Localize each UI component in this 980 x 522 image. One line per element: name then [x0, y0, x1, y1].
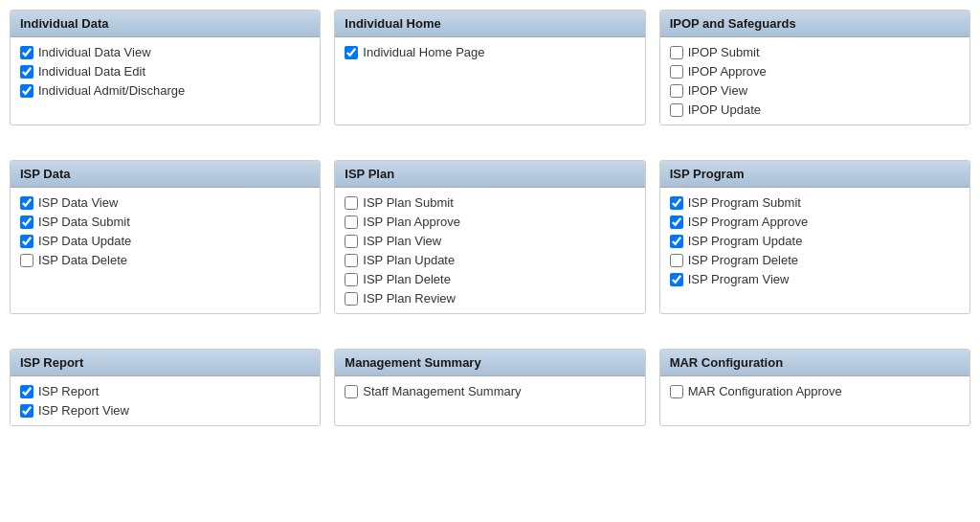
label-ipop-submit[interactable]: IPOP Submit — [688, 45, 760, 59]
checkbox-item-ipop-update[interactable]: IPOP Update — [670, 102, 960, 117]
checkbox-item-isp-data-view[interactable]: ISP Data View — [20, 195, 310, 210]
checkbox-individual-admit-discharge[interactable] — [20, 84, 33, 98]
label-isp-program-approve[interactable]: ISP Program Approve — [688, 215, 809, 229]
label-isp-program-submit[interactable]: ISP Program Submit — [688, 195, 801, 210]
checkbox-isp-program-approve[interactable] — [670, 216, 683, 229]
card-body-isp-plan: ISP Plan SubmitISP Plan ApproveISP Plan … — [335, 188, 644, 313]
checkbox-isp-plan-submit[interactable] — [345, 196, 358, 210]
label-isp-data-submit[interactable]: ISP Data Submit — [38, 215, 130, 229]
label-individual-home-page[interactable]: Individual Home Page — [363, 45, 484, 59]
checkbox-isp-data-submit[interactable] — [20, 216, 33, 229]
label-isp-report-view[interactable]: ISP Report View — [38, 403, 129, 418]
checkbox-isp-report[interactable] — [20, 385, 33, 398]
checkbox-item-isp-program-submit[interactable]: ISP Program Submit — [670, 195, 960, 210]
label-staff-management-summary[interactable]: Staff Management Summary — [363, 384, 521, 398]
checkbox-mar-configuration-approve[interactable] — [670, 385, 683, 398]
checkbox-isp-plan-update[interactable] — [345, 254, 358, 267]
label-individual-data-edit[interactable]: Individual Data Edit — [38, 64, 145, 79]
label-ipop-update[interactable]: IPOP Update — [688, 102, 761, 117]
checkbox-item-isp-plan-review[interactable]: ISP Plan Review — [345, 291, 635, 306]
checkbox-item-isp-plan-submit[interactable]: ISP Plan Submit — [345, 195, 635, 210]
label-individual-data-view[interactable]: Individual Data View — [38, 45, 151, 59]
card-body-individual-data: Individual Data ViewIndividual Data Edit… — [11, 37, 320, 105]
checkbox-item-ipop-submit[interactable]: IPOP Submit — [670, 45, 960, 59]
checkbox-ipop-approve[interactable] — [670, 65, 683, 79]
card-body-individual-home: Individual Home Page — [335, 37, 644, 67]
label-isp-plan-delete[interactable]: ISP Plan Delete — [363, 272, 451, 286]
label-ipop-view[interactable]: IPOP View — [688, 83, 747, 98]
checkbox-isp-data-delete[interactable] — [20, 254, 33, 267]
card-header-isp-plan: ISP Plan — [335, 161, 644, 188]
checkbox-item-staff-management-summary[interactable]: Staff Management Summary — [345, 384, 635, 398]
card-isp-report: ISP ReportISP ReportISP Report View — [10, 349, 321, 426]
row-spacer — [334, 139, 645, 147]
checkbox-ipop-view[interactable] — [670, 84, 683, 98]
checkbox-isp-plan-delete[interactable] — [345, 273, 358, 286]
card-mar-configuration: MAR ConfigurationMAR Configuration Appro… — [659, 349, 970, 426]
checkbox-individual-data-edit[interactable] — [20, 65, 33, 79]
checkbox-individual-home-page[interactable] — [345, 46, 358, 59]
checkbox-ipop-submit[interactable] — [670, 46, 683, 59]
label-isp-plan-review[interactable]: ISP Plan Review — [363, 291, 456, 306]
label-isp-program-update[interactable]: ISP Program Update — [688, 234, 803, 248]
checkbox-ipop-update[interactable] — [670, 103, 683, 117]
label-isp-plan-view[interactable]: ISP Plan View — [363, 234, 441, 248]
label-isp-plan-update[interactable]: ISP Plan Update — [363, 253, 455, 267]
row-spacer — [10, 139, 321, 147]
label-ipop-approve[interactable]: IPOP Approve — [688, 64, 767, 79]
checkbox-isp-program-submit[interactable] — [670, 196, 683, 210]
label-isp-data-update[interactable]: ISP Data Update — [38, 234, 131, 248]
checkbox-item-individual-data-edit[interactable]: Individual Data Edit — [20, 64, 310, 79]
card-body-isp-report: ISP ReportISP Report View — [11, 376, 320, 425]
label-mar-configuration-approve[interactable]: MAR Configuration Approve — [688, 384, 842, 398]
label-isp-program-delete[interactable]: ISP Program Delete — [688, 253, 798, 267]
card-header-isp-program: ISP Program — [660, 161, 969, 188]
card-body-management-summary: Staff Management Summary — [335, 376, 644, 406]
checkbox-item-isp-program-view[interactable]: ISP Program View — [670, 272, 960, 286]
checkbox-isp-data-view[interactable] — [20, 196, 33, 210]
label-isp-plan-approve[interactable]: ISP Plan Approve — [363, 215, 460, 229]
card-header-individual-home: Individual Home — [335, 11, 644, 37]
checkbox-item-isp-program-approve[interactable]: ISP Program Approve — [670, 215, 960, 229]
checkbox-item-individual-admit-discharge[interactable]: Individual Admit/Discharge — [20, 83, 310, 98]
checkbox-item-isp-data-delete[interactable]: ISP Data Delete — [20, 253, 310, 267]
checkbox-isp-plan-view[interactable] — [345, 235, 358, 248]
checkbox-isp-plan-approve[interactable] — [345, 216, 358, 229]
checkbox-isp-program-view[interactable] — [670, 273, 683, 286]
checkbox-item-individual-home-page[interactable]: Individual Home Page — [345, 45, 635, 59]
label-individual-admit-discharge[interactable]: Individual Admit/Discharge — [38, 83, 185, 98]
checkbox-item-isp-report-view[interactable]: ISP Report View — [20, 403, 310, 418]
checkbox-isp-program-update[interactable] — [670, 235, 683, 248]
card-header-mar-configuration: MAR Configuration — [660, 350, 969, 376]
label-isp-plan-submit[interactable]: ISP Plan Submit — [363, 195, 453, 210]
checkbox-item-isp-plan-view[interactable]: ISP Plan View — [345, 234, 635, 248]
checkbox-item-isp-program-delete[interactable]: ISP Program Delete — [670, 253, 960, 267]
checkbox-individual-data-view[interactable] — [20, 46, 33, 59]
checkbox-isp-program-delete[interactable] — [670, 254, 683, 267]
row-spacer — [10, 328, 321, 335]
checkbox-item-individual-data-view[interactable]: Individual Data View — [20, 45, 310, 59]
card-management-summary: Management SummaryStaff Management Summa… — [334, 349, 645, 426]
checkbox-item-ipop-view[interactable]: IPOP View — [670, 83, 960, 98]
label-isp-data-delete[interactable]: ISP Data Delete — [38, 253, 127, 267]
checkbox-item-isp-data-submit[interactable]: ISP Data Submit — [20, 215, 310, 229]
label-isp-report[interactable]: ISP Report — [38, 384, 99, 398]
card-body-mar-configuration: MAR Configuration Approve — [660, 376, 969, 406]
checkbox-item-isp-program-update[interactable]: ISP Program Update — [670, 234, 960, 248]
card-isp-plan: ISP PlanISP Plan SubmitISP Plan ApproveI… — [334, 160, 645, 314]
checkbox-staff-management-summary[interactable] — [345, 385, 358, 398]
card-body-isp-program: ISP Program SubmitISP Program ApproveISP… — [660, 188, 969, 294]
checkbox-item-isp-plan-approve[interactable]: ISP Plan Approve — [345, 215, 635, 229]
checkbox-isp-report-view[interactable] — [20, 404, 33, 418]
label-isp-data-view[interactable]: ISP Data View — [38, 195, 118, 210]
checkbox-item-isp-plan-update[interactable]: ISP Plan Update — [345, 253, 635, 267]
checkbox-item-ipop-approve[interactable]: IPOP Approve — [670, 64, 960, 79]
checkbox-item-mar-configuration-approve[interactable]: MAR Configuration Approve — [670, 384, 960, 398]
checkbox-item-isp-report[interactable]: ISP Report — [20, 384, 310, 398]
label-isp-program-view[interactable]: ISP Program View — [688, 272, 790, 286]
checkbox-item-isp-plan-delete[interactable]: ISP Plan Delete — [345, 272, 635, 286]
card-header-isp-report: ISP Report — [11, 350, 320, 376]
checkbox-isp-data-update[interactable] — [20, 235, 33, 248]
checkbox-isp-plan-review[interactable] — [345, 292, 358, 306]
checkbox-item-isp-data-update[interactable]: ISP Data Update — [20, 234, 310, 248]
